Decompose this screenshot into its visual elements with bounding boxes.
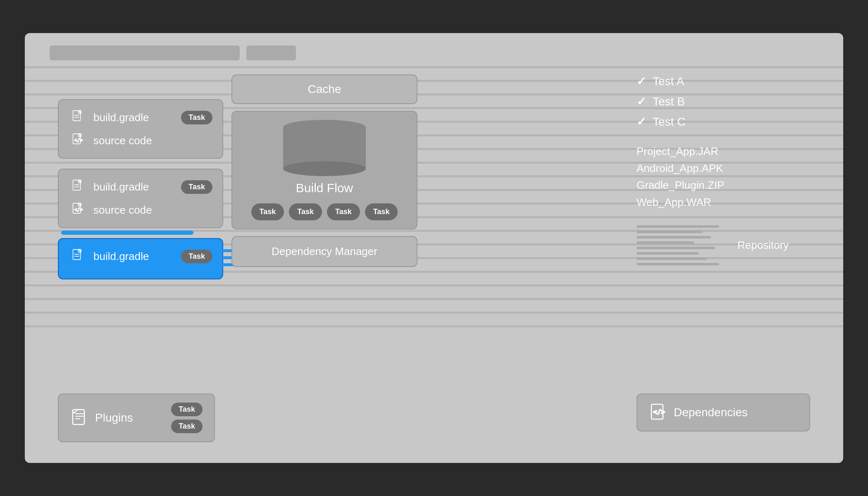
test-list: ✓ Test A ✓ Test B ✓ Test C <box>637 74 810 129</box>
top-bar-main <box>50 45 240 60</box>
test-label-b: Test B <box>653 95 685 108</box>
check-icon-a: ✓ <box>637 74 646 88</box>
top-bar <box>50 45 818 60</box>
repo-lines <box>637 225 727 265</box>
output-jar: Project_App.JAR <box>637 145 810 158</box>
task-3: Task <box>327 203 360 220</box>
build-flow-box: Build Flow Task Task Task Task <box>231 111 417 229</box>
right-section: ✓ Test A ✓ Test B ✓ Test C Project_App.J… <box>637 74 810 265</box>
dep-manager-label: Dependency Manager <box>272 245 377 258</box>
test-label-c: Test C <box>653 115 685 129</box>
document-icon-2 <box>69 178 87 196</box>
card-1-source-label: source code <box>93 134 212 147</box>
card-2-row-2: </> source code <box>69 201 212 219</box>
document-icon-3 <box>69 247 87 265</box>
test-item-b: ✓ Test B <box>637 95 810 108</box>
document-icon-1 <box>69 108 87 126</box>
project-card-3[interactable]: build.gradle Task <box>58 238 223 279</box>
main-canvas: build.gradle Task </> source code <box>25 33 843 463</box>
top-bar-secondary <box>246 45 296 60</box>
cache-label: Cache <box>308 83 341 95</box>
svg-text:</>: </> <box>74 137 83 143</box>
output-apk: Android_App.APK <box>637 162 810 175</box>
test-item-a: ✓ Test A <box>637 74 810 88</box>
checklist-icon <box>70 408 88 428</box>
cylinder-icon <box>241 120 408 176</box>
card-1-gradle-label: build.gradle <box>93 111 174 124</box>
plugins-task-1: Task <box>171 403 203 416</box>
card-3-gradle-label: build.gradle <box>93 250 174 263</box>
dependencies-code-icon: </> <box>649 403 667 422</box>
task-4: Task <box>365 203 398 220</box>
test-label-a: Test A <box>653 75 684 88</box>
card-2-task-badge: Task <box>181 180 212 194</box>
left-section: build.gradle Task </> source code <box>58 99 223 289</box>
blue-top-bar <box>61 231 193 235</box>
task-1: Task <box>251 203 284 220</box>
dependencies-box[interactable]: </> Dependencies <box>637 393 810 432</box>
project-card-1[interactable]: build.gradle Task </> source code <box>58 99 223 159</box>
repo-label: Repository <box>737 239 789 252</box>
card-3-task-badge: Task <box>181 250 212 263</box>
center-section: Cache Build Flow Task Task Task Task Dep… <box>231 74 417 267</box>
card-2-source-label: source code <box>93 204 212 217</box>
task-2: Task <box>289 203 322 220</box>
card-1-task-badge: Task <box>181 111 212 124</box>
plugins-box[interactable]: Plugins Task Task <box>58 393 215 442</box>
card-2-gradle-label: build.gradle <box>93 181 174 193</box>
card-2-row-1: build.gradle Task <box>69 178 212 196</box>
code-icon-2: </> <box>69 201 87 219</box>
task-row: Task Task Task Task <box>241 203 408 220</box>
plugins-task-2: Task <box>171 420 203 433</box>
check-icon-c: ✓ <box>637 115 646 129</box>
repository-area: Repository <box>637 225 810 265</box>
svg-text:</>: </> <box>653 408 665 416</box>
plugins-label: Plugins <box>95 411 165 424</box>
output-list: Project_App.JAR Android_App.APK Gradle_P… <box>637 145 810 209</box>
dep-manager-box: Dependency Manager <box>231 236 417 267</box>
dependencies-label: Dependencies <box>674 406 798 419</box>
active-card-wrapper: build.gradle Task <box>58 238 223 279</box>
card-1-row-2: </> source code <box>69 131 212 150</box>
cache-box: Cache <box>231 74 417 104</box>
svg-rect-18 <box>73 410 84 424</box>
svg-text:</>: </> <box>74 207 83 212</box>
plugins-tasks: Task Task <box>171 403 203 433</box>
card-3-row-1: build.gradle Task <box>69 247 212 265</box>
test-item-c: ✓ Test C <box>637 115 810 129</box>
output-war: Web_App.WAR <box>637 196 810 209</box>
project-card-2[interactable]: build.gradle Task </> source code <box>58 169 223 228</box>
build-flow-label: Build Flow <box>241 181 408 195</box>
check-icon-b: ✓ <box>637 95 646 108</box>
code-icon-1: </> <box>69 131 87 150</box>
output-zip: Gradle_Plugin.ZIP <box>637 179 810 192</box>
bottom-section: Plugins Task Task </> Dependencies <box>58 393 810 442</box>
card-1-row-1: build.gradle Task <box>69 108 212 126</box>
